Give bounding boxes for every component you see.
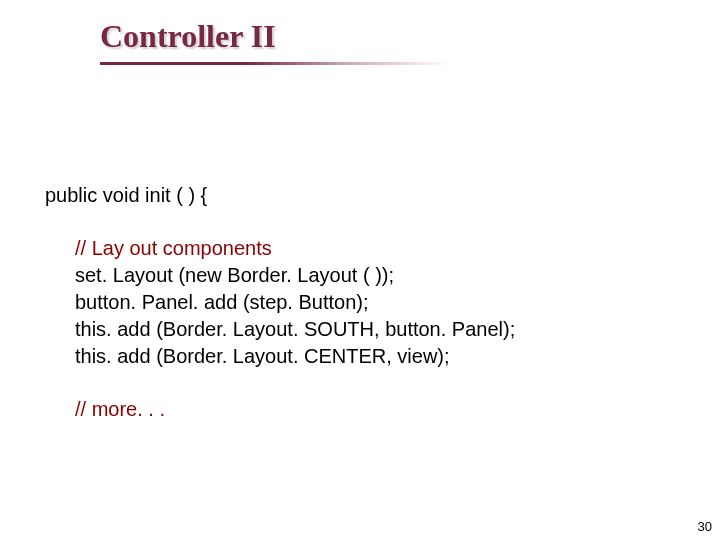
page-number: 30 [698, 519, 712, 534]
code-line-add-center: this. add (Border. Layout. CENTER, view)… [75, 343, 515, 370]
comment-more: // more. . . [75, 396, 515, 423]
code-block: public void init ( ) { // Lay out compon… [45, 182, 515, 423]
code-line-add-south: this. add (Border. Layout. SOUTH, button… [75, 316, 515, 343]
blank-line [45, 209, 515, 235]
slide: Controller II public void init ( ) { // … [0, 0, 720, 540]
comment-layout: // Lay out components [75, 235, 515, 262]
slide-title: Controller II [100, 18, 276, 55]
code-line-panel-add: button. Panel. add (step. Button); [75, 289, 515, 316]
code-line-setlayout: set. Layout (new Border. Layout ( )); [75, 262, 515, 289]
title-area: Controller II [100, 18, 276, 55]
blank-line-2 [45, 370, 515, 396]
method-signature: public void init ( ) { [45, 182, 515, 209]
title-underline [100, 62, 450, 65]
